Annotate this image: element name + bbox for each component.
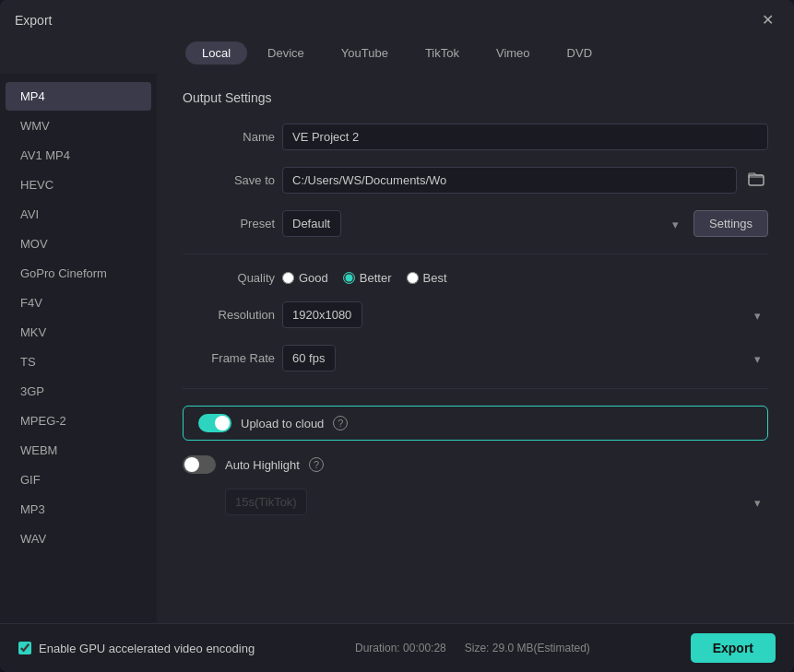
quality-radio-group: Good Better Best — [282, 271, 447, 285]
sidebar-item-av1mp4[interactable]: AV1 MP4 — [6, 141, 151, 170]
highlight-duration-select: 15s(TikTok) — [225, 489, 307, 515]
save-to-label: Save to — [183, 173, 275, 187]
quality-good[interactable]: Good — [282, 271, 328, 285]
frame-rate-select[interactable]: 24 fps 30 fps 60 fps — [282, 345, 336, 371]
sidebar-item-mp4[interactable]: MP4 — [6, 82, 151, 111]
sidebar-item-gopro[interactable]: GoPro Cineform — [6, 259, 151, 288]
sidebar-item-mkv[interactable]: MKV — [6, 318, 151, 347]
auto-highlight-label: Auto Highlight — [225, 458, 300, 472]
resolution-select[interactable]: 1920x1080 1280x720 3840x2160 — [282, 301, 362, 328]
folder-browse-button[interactable] — [744, 170, 768, 192]
quality-better[interactable]: Better — [343, 271, 392, 285]
tab-device[interactable]: Device — [251, 41, 321, 65]
upload-cloud-row: Upload to cloud ? — [183, 406, 768, 441]
size-info: Size: 29.0 MB(Estimated) — [465, 642, 590, 654]
upload-cloud-toggle[interactable] — [198, 414, 231, 432]
sidebar-item-webm[interactable]: WEBM — [6, 436, 151, 465]
frame-rate-row: Frame Rate 24 fps 30 fps 60 fps — [183, 345, 768, 371]
auto-highlight-help-icon[interactable]: ? — [309, 457, 324, 472]
sidebar-item-avi[interactable]: AVI — [6, 200, 151, 229]
save-to-path: C:/Users/WS/Documents/Wo — [282, 167, 737, 194]
gpu-checkbox-group: Enable GPU accelerated video encoding — [18, 642, 255, 655]
sidebar-item-ts[interactable]: TS — [6, 348, 151, 376]
settings-button[interactable]: Settings — [693, 210, 768, 237]
preset-label: Preset — [183, 217, 275, 230]
footer-info: Duration: 00:00:28 Size: 29.0 MB(Estimat… — [355, 642, 590, 654]
tab-bar: Local Device YouTube TikTok Vimeo DVD — [0, 36, 794, 74]
quality-good-radio[interactable] — [282, 272, 294, 284]
sidebar-item-gif[interactable]: GIF — [6, 466, 151, 494]
format-sidebar: MP4 WMV AV1 MP4 HEVC AVI MOV GoPro Cinef… — [0, 74, 157, 623]
tab-tiktok[interactable]: TikTok — [409, 41, 476, 65]
tab-youtube[interactable]: YouTube — [325, 41, 405, 65]
sidebar-item-wmv[interactable]: WMV — [6, 112, 151, 140]
auto-highlight-thumb — [184, 457, 199, 472]
auto-highlight-track — [183, 455, 216, 474]
highlight-duration-wrapper: 15s(TikTok) — [183, 489, 768, 515]
quality-better-label: Better — [360, 271, 392, 285]
size-value: 29.0 MB(Estimated) — [492, 642, 590, 654]
divider-1 — [183, 253, 768, 254]
quality-better-radio[interactable] — [343, 272, 355, 284]
footer: Enable GPU accelerated video encoding Du… — [0, 623, 794, 672]
size-label: Size: — [465, 642, 490, 654]
name-row: Name — [183, 124, 768, 150]
upload-cloud-thumb — [215, 416, 230, 430]
output-settings-title: Output Settings — [183, 90, 768, 105]
frame-rate-label: Frame Rate — [183, 351, 275, 365]
preset-row: Preset Default Settings — [183, 210, 768, 237]
quality-best[interactable]: Best — [407, 271, 447, 285]
resolution-row: Resolution 1920x1080 1280x720 3840x2160 — [183, 301, 768, 328]
duration-label: Duration: — [355, 642, 400, 654]
resolution-label: Resolution — [183, 308, 275, 322]
sidebar-item-mpeg2[interactable]: MPEG-2 — [6, 407, 151, 435]
export-dialog: Export ✕ Local Device YouTube TikTok Vim… — [0, 0, 794, 672]
sidebar-item-wav[interactable]: WAV — [6, 525, 151, 553]
name-input[interactable] — [282, 124, 768, 150]
main-content: MP4 WMV AV1 MP4 HEVC AVI MOV GoPro Cinef… — [0, 74, 794, 623]
save-to-input-group: C:/Users/WS/Documents/Wo — [282, 167, 768, 194]
divider-2 — [183, 388, 768, 389]
gpu-checkbox[interactable] — [18, 642, 31, 654]
export-button[interactable]: Export — [691, 633, 776, 663]
settings-panel: Output Settings Name Save to C:/Users/WS… — [157, 74, 794, 623]
auto-highlight-toggle[interactable] — [183, 455, 216, 474]
duration-value: 00:00:28 — [403, 642, 446, 654]
quality-best-radio[interactable] — [407, 272, 419, 284]
quality-best-label: Best — [423, 271, 447, 285]
title-bar: Export ✕ — [0, 0, 794, 36]
preset-input-group: Default Settings — [282, 210, 768, 237]
tab-dvd[interactable]: DVD — [551, 41, 609, 65]
auto-highlight-row: Auto Highlight ? — [183, 450, 768, 479]
quality-label: Quality — [183, 271, 275, 285]
save-to-row: Save to C:/Users/WS/Documents/Wo — [183, 167, 768, 194]
close-button[interactable]: ✕ — [756, 9, 779, 30]
upload-cloud-label: Upload to cloud — [241, 417, 324, 430]
preset-select[interactable]: Default — [282, 210, 341, 237]
duration-info: Duration: 00:00:28 — [355, 642, 446, 654]
tab-local[interactable]: Local — [185, 41, 247, 65]
quality-good-label: Good — [299, 271, 328, 285]
upload-cloud-help-icon[interactable]: ? — [333, 416, 348, 430]
sidebar-item-hevc[interactable]: HEVC — [6, 171, 151, 199]
gpu-label[interactable]: Enable GPU accelerated video encoding — [39, 642, 255, 655]
name-label: Name — [183, 130, 275, 144]
quality-row: Quality Good Better Best — [183, 271, 768, 285]
tab-vimeo[interactable]: Vimeo — [480, 41, 547, 65]
sidebar-item-mov[interactable]: MOV — [6, 230, 151, 258]
sidebar-item-f4v[interactable]: F4V — [6, 289, 151, 317]
sidebar-item-3gp[interactable]: 3GP — [6, 377, 151, 406]
upload-cloud-track — [198, 414, 231, 432]
highlight-duration-select-wrapper: 15s(TikTok) — [225, 489, 768, 515]
dialog-title: Export — [15, 13, 52, 28]
sidebar-item-mp3[interactable]: MP3 — [6, 495, 151, 524]
